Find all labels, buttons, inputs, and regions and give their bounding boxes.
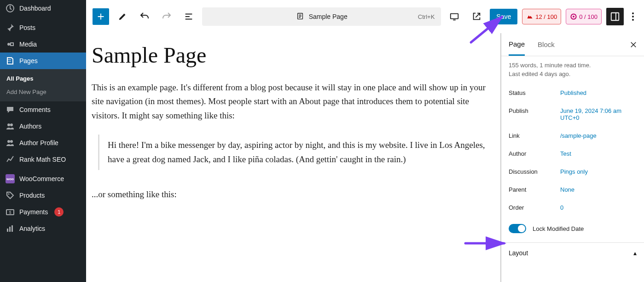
seo-score-1[interactable]: 12 / 100 [522,9,561,24]
settings-panel-toggle[interactable] [606,8,624,25]
admin-sidebar: Dashboard Posts Media Pages All Pages Ad… [0,0,86,282]
quote-text: Hi there! I'm a bike messenger by day, a… [108,138,487,166]
pin-icon [6,23,15,32]
sidebar-item-payments[interactable]: $ Payments 1 [0,204,86,220]
svg-rect-11 [12,225,13,232]
value-publish[interactable]: June 19, 2024 7:06 am UTC+0 [560,107,637,121]
annotation-arrow [464,239,510,249]
sidebar-item-label: Pages [19,57,38,65]
page-title[interactable]: Sample Page [92,42,495,68]
seo-score-2[interactable]: 0 / 100 [566,9,602,24]
value-order[interactable]: 0 [560,204,637,211]
payments-badge: 1 [54,207,64,217]
lock-modified-label: Lock Modified Date [533,225,584,232]
view-button[interactable] [446,8,463,25]
row-lock-modified: Lock Modified Date [509,217,637,242]
sidebar-item-products[interactable]: Products [0,187,86,204]
value-status[interactable]: Published [560,89,637,96]
row-discussion: Discussion Pings only [509,163,637,181]
sidebar-item-posts[interactable]: Posts [0,19,86,36]
value-parent[interactable]: None [560,186,637,193]
woo-icon: woo [6,174,15,183]
users-icon [6,138,15,147]
settings-panel: Page Block 155 words, 1 minute read time… [500,33,644,282]
sidebar-item-dashboard[interactable]: Dashboard [0,0,86,17]
submenu-add-new[interactable]: Add New Page [0,85,86,99]
edit-mode-button[interactable] [114,8,131,25]
sidebar-item-label: Dashboard [19,5,51,12]
document-overview-button[interactable] [180,8,197,25]
sidebar-item-label: Authors [19,123,41,130]
label-status: Status [509,89,560,96]
editor-topbar: Sample Page Ctrl+K Save 12 / 100 0 / 100 [86,0,644,33]
paragraph-block[interactable]: ...or something like this: [92,188,495,201]
editor-canvas[interactable]: Sample Page This is an example page. It'… [86,33,500,282]
panel-body: 155 words, 1 minute read time. Last edit… [501,56,644,242]
sidebar-item-analytics[interactable]: Analytics [0,220,86,237]
lock-modified-toggle[interactable] [509,224,526,233]
svg-point-6 [8,194,10,195]
comment-icon [6,105,15,114]
quote-block[interactable]: Hi there! I'm a bike messenger by day, a… [98,135,495,170]
seo-score-2-value: 0 / 100 [579,13,598,20]
label-link: Link [509,132,560,139]
analytics-icon [6,224,15,233]
row-status: Status Published [509,84,637,102]
sidebar-item-label: Comments [19,106,51,113]
redo-button[interactable] [158,8,175,25]
svg-rect-10 [9,227,11,232]
media-icon [6,40,15,49]
value-link[interactable]: /sample-page [560,132,637,139]
sidebar-submenu: All Pages Add New Page [0,69,86,101]
sidebar-item-comments[interactable]: Comments [0,101,86,118]
label-order: Order [509,204,560,211]
row-link: Link /sample-page [509,127,637,145]
sidebar-item-author-profile[interactable]: Author Profile [0,135,86,151]
submenu-all-pages[interactable]: All Pages [0,72,86,85]
row-parent: Parent None [509,181,637,199]
summary-edited: Last edited 4 days ago. [509,70,637,77]
document-title: Sample Page [309,13,348,20]
svg-rect-16 [611,13,619,21]
value-discussion[interactable]: Pings only [560,168,637,175]
label-author: Author [509,150,560,157]
more-options-button[interactable] [628,8,638,25]
svg-point-3 [10,123,13,126]
dots-vertical-icon [632,12,634,21]
page-icon [6,56,15,65]
paragraph-block[interactable]: This is an example page. It's different … [92,81,495,123]
svg-point-15 [573,16,574,18]
section-layout-label: Layout [509,249,528,257]
sidebar-item-label: Posts [19,24,35,31]
row-author: Author Test [509,145,637,163]
sidebar-item-woocommerce[interactable]: woo WooCommerce [0,170,86,187]
chevron-up-icon: ▴ [633,249,637,257]
row-publish: Publish June 19, 2024 7:06 am UTC+0 [509,102,637,127]
sidebar-item-label: Products [19,192,45,199]
svg-text:$: $ [9,210,11,215]
sidebar-item-authors[interactable]: Authors [0,118,86,135]
tab-block[interactable]: Block [538,34,555,55]
shortcut-hint: Ctrl+K [418,13,435,20]
row-order: Order 0 [509,199,637,217]
svg-rect-13 [451,14,458,19]
annotation-arrow [469,14,510,47]
sidebar-item-pages[interactable]: Pages [0,53,86,69]
sidebar-item-media[interactable]: Media [0,36,86,53]
summary-words: 155 words, 1 minute read time. [509,62,637,69]
tab-page[interactable]: Page [509,34,525,56]
document-bar[interactable]: Sample Page Ctrl+K [202,7,441,26]
svg-point-4 [7,140,10,143]
label-publish: Publish [509,107,560,114]
sidebar-item-label: WooCommerce [19,175,64,182]
value-author[interactable]: Test [560,150,637,157]
section-layout[interactable]: Layout ▴ [501,242,644,263]
svg-point-2 [7,123,10,126]
sidebar-item-label: Author Profile [19,139,58,147]
add-block-button[interactable] [93,8,109,25]
sidebar-item-rankmath[interactable]: Rank Math SEO [0,151,86,168]
undo-button[interactable] [136,8,153,25]
close-panel-button[interactable] [629,41,638,51]
users-icon [6,122,15,131]
svg-point-5 [10,140,13,143]
